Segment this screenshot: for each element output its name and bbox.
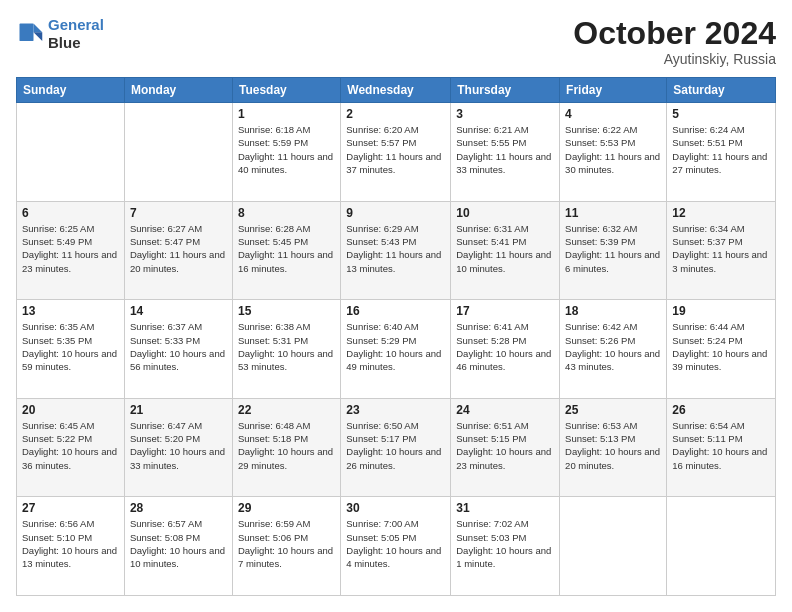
calendar-cell: 27Sunrise: 6:56 AMSunset: 5:10 PMDayligh… [17,497,125,596]
day-info: Sunrise: 6:35 AMSunset: 5:35 PMDaylight:… [22,320,119,373]
day-info: Sunrise: 6:18 AMSunset: 5:59 PMDaylight:… [238,123,335,176]
week-row-3: 13Sunrise: 6:35 AMSunset: 5:35 PMDayligh… [17,300,776,399]
day-info: Sunrise: 6:38 AMSunset: 5:31 PMDaylight:… [238,320,335,373]
day-number: 19 [672,304,770,318]
day-number: 13 [22,304,119,318]
week-row-4: 20Sunrise: 6:45 AMSunset: 5:22 PMDayligh… [17,398,776,497]
day-number: 23 [346,403,445,417]
calendar-table: SundayMondayTuesdayWednesdayThursdayFrid… [16,77,776,596]
day-number: 2 [346,107,445,121]
day-info: Sunrise: 6:45 AMSunset: 5:22 PMDaylight:… [22,419,119,472]
day-info: Sunrise: 6:29 AMSunset: 5:43 PMDaylight:… [346,222,445,275]
day-info: Sunrise: 6:20 AMSunset: 5:57 PMDaylight:… [346,123,445,176]
calendar-cell: 8Sunrise: 6:28 AMSunset: 5:45 PMDaylight… [232,201,340,300]
day-number: 18 [565,304,661,318]
day-info: Sunrise: 6:40 AMSunset: 5:29 PMDaylight:… [346,320,445,373]
calendar-cell: 4Sunrise: 6:22 AMSunset: 5:53 PMDaylight… [560,103,667,202]
calendar-cell: 16Sunrise: 6:40 AMSunset: 5:29 PMDayligh… [341,300,451,399]
weekday-header-monday: Monday [124,78,232,103]
calendar-cell: 31Sunrise: 7:02 AMSunset: 5:03 PMDayligh… [451,497,560,596]
day-number: 22 [238,403,335,417]
day-number: 17 [456,304,554,318]
day-info: Sunrise: 6:24 AMSunset: 5:51 PMDaylight:… [672,123,770,176]
day-info: Sunrise: 6:44 AMSunset: 5:24 PMDaylight:… [672,320,770,373]
day-info: Sunrise: 6:34 AMSunset: 5:37 PMDaylight:… [672,222,770,275]
weekday-header-wednesday: Wednesday [341,78,451,103]
svg-marker-1 [34,32,43,41]
day-info: Sunrise: 6:32 AMSunset: 5:39 PMDaylight:… [565,222,661,275]
weekday-header-sunday: Sunday [17,78,125,103]
day-number: 15 [238,304,335,318]
calendar-cell: 24Sunrise: 6:51 AMSunset: 5:15 PMDayligh… [451,398,560,497]
day-number: 8 [238,206,335,220]
day-info: Sunrise: 6:41 AMSunset: 5:28 PMDaylight:… [456,320,554,373]
month-title: October 2024 [573,16,776,51]
logo-line1: General [48,16,104,33]
week-row-5: 27Sunrise: 6:56 AMSunset: 5:10 PMDayligh… [17,497,776,596]
calendar-cell: 12Sunrise: 6:34 AMSunset: 5:37 PMDayligh… [667,201,776,300]
day-info: Sunrise: 6:56 AMSunset: 5:10 PMDaylight:… [22,517,119,570]
calendar-cell: 29Sunrise: 6:59 AMSunset: 5:06 PMDayligh… [232,497,340,596]
svg-marker-0 [34,24,43,33]
logo-icon [16,20,44,48]
day-info: Sunrise: 6:22 AMSunset: 5:53 PMDaylight:… [565,123,661,176]
calendar-cell: 30Sunrise: 7:00 AMSunset: 5:05 PMDayligh… [341,497,451,596]
calendar-cell: 3Sunrise: 6:21 AMSunset: 5:55 PMDaylight… [451,103,560,202]
day-info: Sunrise: 7:02 AMSunset: 5:03 PMDaylight:… [456,517,554,570]
calendar-cell: 13Sunrise: 6:35 AMSunset: 5:35 PMDayligh… [17,300,125,399]
day-info: Sunrise: 6:57 AMSunset: 5:08 PMDaylight:… [130,517,227,570]
calendar-cell: 18Sunrise: 6:42 AMSunset: 5:26 PMDayligh… [560,300,667,399]
calendar-cell: 6Sunrise: 6:25 AMSunset: 5:49 PMDaylight… [17,201,125,300]
header: General Blue October 2024 Ayutinskiy, Ru… [16,16,776,67]
day-number: 25 [565,403,661,417]
day-number: 28 [130,501,227,515]
day-number: 1 [238,107,335,121]
calendar-cell: 1Sunrise: 6:18 AMSunset: 5:59 PMDaylight… [232,103,340,202]
day-number: 16 [346,304,445,318]
day-number: 5 [672,107,770,121]
day-number: 11 [565,206,661,220]
calendar-cell [667,497,776,596]
day-info: Sunrise: 6:27 AMSunset: 5:47 PMDaylight:… [130,222,227,275]
weekday-header-thursday: Thursday [451,78,560,103]
day-info: Sunrise: 6:50 AMSunset: 5:17 PMDaylight:… [346,419,445,472]
calendar-cell: 2Sunrise: 6:20 AMSunset: 5:57 PMDaylight… [341,103,451,202]
calendar-cell [124,103,232,202]
day-info: Sunrise: 6:42 AMSunset: 5:26 PMDaylight:… [565,320,661,373]
calendar-cell: 28Sunrise: 6:57 AMSunset: 5:08 PMDayligh… [124,497,232,596]
calendar-cell: 14Sunrise: 6:37 AMSunset: 5:33 PMDayligh… [124,300,232,399]
day-info: Sunrise: 6:37 AMSunset: 5:33 PMDaylight:… [130,320,227,373]
calendar-cell: 19Sunrise: 6:44 AMSunset: 5:24 PMDayligh… [667,300,776,399]
calendar-cell: 15Sunrise: 6:38 AMSunset: 5:31 PMDayligh… [232,300,340,399]
day-number: 9 [346,206,445,220]
day-info: Sunrise: 6:48 AMSunset: 5:18 PMDaylight:… [238,419,335,472]
day-number: 20 [22,403,119,417]
calendar-cell: 21Sunrise: 6:47 AMSunset: 5:20 PMDayligh… [124,398,232,497]
day-number: 6 [22,206,119,220]
day-number: 14 [130,304,227,318]
day-info: Sunrise: 6:47 AMSunset: 5:20 PMDaylight:… [130,419,227,472]
calendar-cell: 7Sunrise: 6:27 AMSunset: 5:47 PMDaylight… [124,201,232,300]
weekday-header-row: SundayMondayTuesdayWednesdayThursdayFrid… [17,78,776,103]
weekday-header-tuesday: Tuesday [232,78,340,103]
day-info: Sunrise: 7:00 AMSunset: 5:05 PMDaylight:… [346,517,445,570]
calendar-cell: 26Sunrise: 6:54 AMSunset: 5:11 PMDayligh… [667,398,776,497]
day-number: 30 [346,501,445,515]
logo: General Blue [16,16,104,52]
day-number: 10 [456,206,554,220]
calendar-cell: 17Sunrise: 6:41 AMSunset: 5:28 PMDayligh… [451,300,560,399]
location-subtitle: Ayutinskiy, Russia [573,51,776,67]
day-number: 21 [130,403,227,417]
calendar-cell: 25Sunrise: 6:53 AMSunset: 5:13 PMDayligh… [560,398,667,497]
calendar-cell: 5Sunrise: 6:24 AMSunset: 5:51 PMDaylight… [667,103,776,202]
day-info: Sunrise: 6:59 AMSunset: 5:06 PMDaylight:… [238,517,335,570]
calendar-cell: 9Sunrise: 6:29 AMSunset: 5:43 PMDaylight… [341,201,451,300]
day-info: Sunrise: 6:31 AMSunset: 5:41 PMDaylight:… [456,222,554,275]
calendar-cell: 23Sunrise: 6:50 AMSunset: 5:17 PMDayligh… [341,398,451,497]
svg-rect-2 [20,24,34,42]
day-info: Sunrise: 6:25 AMSunset: 5:49 PMDaylight:… [22,222,119,275]
day-number: 12 [672,206,770,220]
weekday-header-friday: Friday [560,78,667,103]
day-number: 24 [456,403,554,417]
calendar-cell: 20Sunrise: 6:45 AMSunset: 5:22 PMDayligh… [17,398,125,497]
